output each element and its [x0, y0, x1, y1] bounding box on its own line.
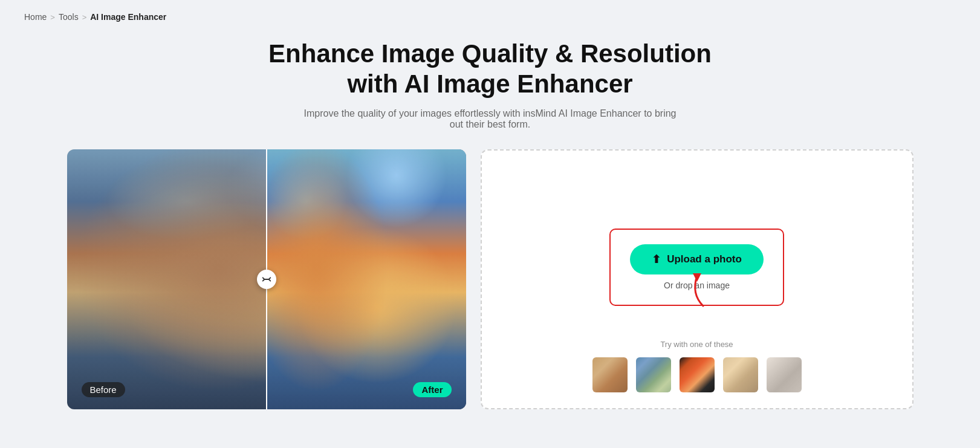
samples-label: Try with one of these: [660, 340, 733, 349]
breadcrumb-sep-1: >: [50, 13, 55, 22]
thumb-3-image: [680, 357, 715, 392]
main-content: Before After ⬆ Upload a photo Or drop an…: [67, 149, 913, 409]
before-after-inner: [67, 149, 466, 409]
upload-icon: ⬆: [652, 253, 661, 266]
arrow-container: [679, 270, 715, 314]
svg-marker-0: [693, 273, 701, 282]
hero-section: Enhance Image Quality & Resolution with …: [24, 39, 956, 130]
drag-icon: [261, 274, 272, 285]
after-label: After: [413, 382, 451, 397]
breadcrumb-sep-2: >: [82, 13, 87, 22]
before-label: Before: [82, 382, 125, 397]
breadcrumb: Home > Tools > AI Image Enhancer: [24, 12, 956, 22]
upload-button-label: Upload a photo: [667, 253, 742, 265]
sample-thumb-4[interactable]: [722, 356, 759, 394]
arrow-icon: [679, 270, 715, 312]
breadcrumb-home[interactable]: Home: [24, 12, 47, 22]
sample-thumb-1[interactable]: [591, 356, 629, 394]
thumb-2-image: [636, 357, 671, 392]
samples-row: [591, 356, 803, 394]
before-after-panel: Before After: [67, 149, 466, 409]
breadcrumb-current: AI Image Enhancer: [90, 12, 166, 22]
upload-panel: ⬆ Upload a photo Or drop an image Try wi…: [481, 149, 913, 409]
samples-section: Try with one of these: [482, 340, 912, 394]
thumb-5-image: [767, 357, 802, 392]
divider-handle[interactable]: [257, 270, 276, 289]
thumb-4-image: [723, 357, 758, 392]
sample-thumb-2[interactable]: [635, 356, 672, 394]
thumb-1-image: [592, 357, 628, 392]
sample-thumb-5[interactable]: [765, 356, 803, 394]
page-subtitle: Improve the quality of your images effor…: [303, 108, 678, 130]
breadcrumb-tools[interactable]: Tools: [59, 12, 79, 22]
sample-thumb-3[interactable]: [678, 356, 716, 394]
page-title: Enhance Image Quality & Resolution with …: [255, 39, 726, 100]
